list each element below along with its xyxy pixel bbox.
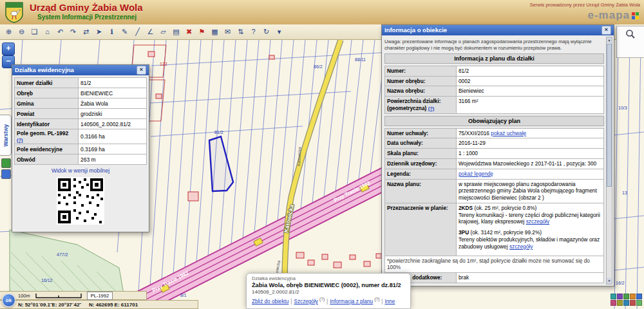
add-marker-icon[interactable]: ⚑ (196, 26, 208, 38)
parcel-panel-titlebar[interactable]: Działka ewidencyjna × (12, 65, 149, 75)
parcel-panel: Działka ewidencyjna × Numer działki81/2 … (12, 64, 149, 232)
search-panel[interactable] (616, 26, 644, 58)
zoom-window-icon[interactable]: ❏ (28, 26, 41, 38)
row-value: 81/2 (457, 66, 604, 76)
object-info-titlebar[interactable]: Informacja o obiekcie × (382, 25, 614, 35)
zoom-in-icon[interactable]: ⊕ (3, 26, 15, 38)
layers-tab[interactable]: Warstwy (0, 115, 12, 156)
row-value: Bieniewiec (457, 86, 604, 97)
overview-map-button[interactable] (1, 158, 11, 168)
close-icon[interactable]: × (137, 66, 146, 75)
measure-length-icon[interactable]: ╱ (131, 26, 144, 38)
pl1992-coordinates: N: 462695 E: 611701 (89, 302, 138, 308)
scroll-down-icon[interactable]: ▼ (607, 278, 612, 284)
row-value: 3166 m² (457, 97, 604, 114)
table-row: Powierzchnia działki: (geometryczna) (?)… (385, 97, 604, 114)
crs-selector[interactable]: PL-1992 (87, 292, 113, 300)
table-row: Numer:81/2 (385, 66, 604, 76)
row-label: Pole ewidencyjne (15, 144, 79, 154)
feature-id: 140506_2.0002.81/2 (252, 289, 405, 295)
map-label: 13 (622, 191, 627, 195)
details-link[interactable]: Szczegóły (294, 299, 318, 304)
plan-info-link[interactable]: Informacja z planu (330, 299, 373, 304)
header: Urząd Gminy Żabia Wola System Informacji… (0, 0, 644, 25)
selected-parcel-81-2[interactable] (209, 136, 233, 191)
table-row: Pole geom. PL-1992 (?)0.3166 ha (15, 129, 147, 144)
map-label: 88/11 (355, 57, 366, 62)
zone-details-link[interactable]: szczegóły (526, 218, 549, 225)
row-value: 1 : 1000 (457, 149, 604, 159)
row-value: w sprawie miejscowego planu zagospodarow… (457, 179, 604, 203)
help-link[interactable]: (?) (428, 106, 435, 111)
zoom-out-icon[interactable]: ⊖ (15, 26, 28, 38)
row-label: Numer obrębu: (385, 76, 457, 86)
clear-icon[interactable]: ✖ (183, 26, 195, 38)
next-view-icon[interactable]: ↷ (67, 26, 79, 38)
row-value: 2016-11-29 (457, 138, 604, 149)
refresh-icon[interactable]: ↻ (260, 26, 272, 38)
feature-links: Zbliż do obiektu|Szczegóły (?)|Informacj… (252, 297, 405, 304)
layer-palette-icon[interactable] (611, 294, 642, 306)
map-label: 477/2 (57, 252, 68, 257)
plan-details-table: Numer uchwały: 75/XXII/2016 pokaż uchwał… (384, 128, 604, 283)
more-icon[interactable]: ▾ (273, 26, 285, 38)
help-link[interactable]: (?) (319, 297, 325, 301)
scrollbar-thumb[interactable] (607, 44, 612, 187)
row-label: Obwód (15, 154, 79, 165)
help-icon[interactable]: ? (247, 26, 260, 38)
row-label: Numer działki (15, 78, 79, 88)
disclaimer-text: Uwaga: prezentowane informacje o planach… (384, 39, 604, 52)
row-value: BIENIEWIEC (79, 88, 147, 98)
e-mapa-grid-icon (632, 12, 639, 19)
panel-scrollbar[interactable]: ▲ ▼ (606, 37, 612, 285)
table-row: Numer obrębu:0002 (385, 76, 604, 86)
pan-icon[interactable]: ⇄ (80, 26, 92, 38)
show-resolution-link[interactable]: pokaż uchwałę (491, 130, 526, 136)
row-value: 0.3166 ha (79, 129, 147, 144)
table-row: Identyfikator140506_2.0002.81/2 (15, 119, 147, 129)
map-label: 16/2 (616, 281, 625, 285)
measure-angle-icon[interactable]: ∠ (144, 26, 156, 38)
full-extent-icon[interactable]: ⌂ (41, 26, 53, 38)
ok-button[interactable]: ok (2, 294, 15, 307)
table-row: ObrębBIENIEWIEC (15, 88, 147, 98)
help-link[interactable]: (?) (374, 297, 379, 301)
zone-details-link[interactable]: szczegóły (509, 243, 533, 250)
other-link[interactable]: Inne (384, 299, 395, 304)
scroll-up-icon[interactable]: ▲ (607, 37, 612, 43)
row-label: Numer uchwały: (385, 128, 457, 138)
share-icon[interactable]: ⇅ (234, 26, 247, 38)
e-mapa-logo[interactable]: e-mapa (587, 9, 639, 22)
previous-view-icon[interactable]: ↶ (54, 26, 66, 38)
layers-icon[interactable]: ▦ (209, 26, 221, 38)
legend-button[interactable] (1, 169, 11, 179)
row-value: grodziski (79, 109, 147, 119)
row-label: Powierzchnia działki: (geometryczna) (?) (385, 97, 457, 114)
map-label: 122 (160, 62, 167, 66)
zoom-to-object-link[interactable]: Zbliż do obiektu (252, 299, 289, 304)
mobile-view-link[interactable]: Widok w wersji mobilnej (14, 167, 147, 174)
scale-label: 100m (18, 293, 30, 299)
draw-icon[interactable]: ✎ (118, 26, 131, 38)
table-row: *powierzchnie zaokrąglane są do 1m², stą… (385, 256, 604, 273)
help-link[interactable]: (?) (17, 137, 23, 143)
measure-area-icon[interactable]: ▱ (157, 26, 169, 38)
close-icon[interactable]: × (601, 26, 611, 35)
row-label: Legenda: (385, 169, 457, 179)
row-label: Pole geom. PL-1992 (?) (15, 129, 79, 144)
print-icon[interactable]: ▤ (170, 26, 182, 38)
row-label: Powiat (15, 109, 79, 119)
select-icon[interactable]: ➤ (93, 26, 105, 38)
table-row: GminaŻabia Wola (15, 98, 147, 109)
table-row: Dziennik urzędowy:Województwa Mazowiecki… (385, 158, 604, 169)
search-icon[interactable] (625, 29, 636, 39)
identify-icon[interactable]: ℹ (106, 26, 118, 38)
row-value: 263 m (79, 154, 147, 165)
message-icon[interactable]: ✉ (222, 26, 234, 38)
map-zoom-in-button[interactable]: + (2, 42, 15, 55)
zoning-cell: 2KDS (ok. 25 m², pokrycie 0.8%) Tereny k… (457, 203, 604, 256)
show-legend-link[interactable]: pokaż legendę (459, 171, 493, 177)
app-window: 86/288/1181/2477/216/1219/10472/38/110/3… (0, 0, 644, 309)
zoning-entry: 3PU (ok. 3142 m², pokrycie 99.2%) Tereny… (459, 229, 601, 250)
row-label: Nazwa obrębu: (385, 86, 457, 97)
